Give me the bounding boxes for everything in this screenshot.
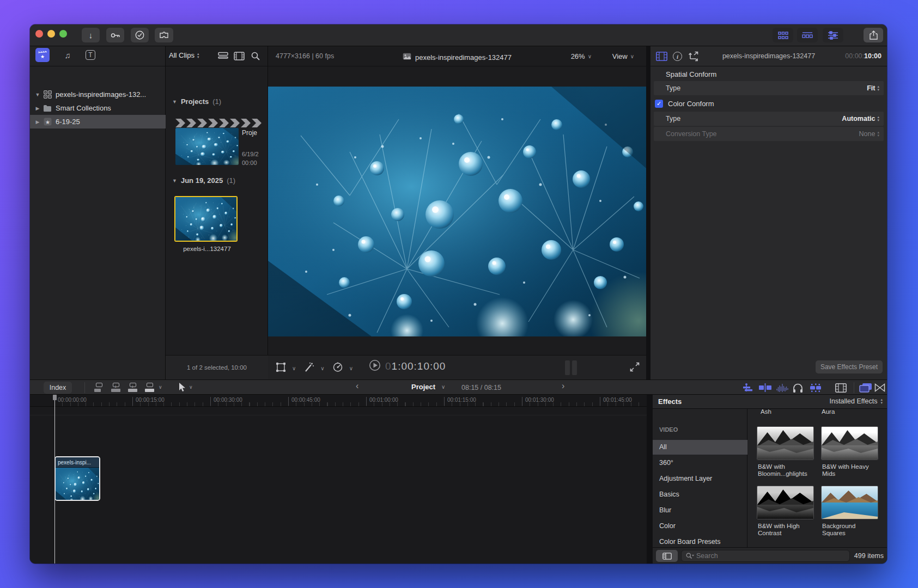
effects-search[interactable] <box>681 550 850 562</box>
zoom-window-button[interactable] <box>59 30 67 38</box>
audio-meter-left[interactable] <box>565 360 570 375</box>
audio-meter-right[interactable] <box>572 360 577 375</box>
playhead[interactable] <box>54 395 55 564</box>
list-view-button[interactable] <box>218 52 228 63</box>
smart-collections-item[interactable]: ▶ Smart Collections <box>30 101 166 115</box>
tab-titles[interactable]: T <box>83 48 98 62</box>
installed-effects-dropdown[interactable]: Installed Effects ▴▾ <box>829 397 883 405</box>
date-section-header[interactable]: ▼ Jun 19, 2025 (1) <box>172 176 235 185</box>
enhancements-button[interactable] <box>303 362 314 375</box>
date-title: Jun 19, 2025 <box>181 176 223 185</box>
trim-tool-button[interactable] <box>743 382 755 393</box>
next-button[interactable]: › <box>562 381 564 391</box>
category-sidebar-toggle[interactable] <box>656 550 678 562</box>
event-item-selected[interactable]: ▶ ★ 6-19-25 <box>30 115 166 128</box>
type-label: Type <box>666 84 680 92</box>
effects-browser-button[interactable] <box>859 382 872 393</box>
pointer-tool-button[interactable] <box>178 383 186 394</box>
tab-music[interactable]: ♫ <box>60 48 75 62</box>
disclosure-open-icon[interactable]: ▼ <box>33 92 42 97</box>
disclosure-closed-icon[interactable]: ▶ <box>33 106 42 111</box>
append-edit-button[interactable]: ↓ <box>128 383 139 393</box>
play-button[interactable] <box>369 359 381 373</box>
inspector-toggle-button[interactable] <box>823 28 843 42</box>
share-button[interactable] <box>864 28 883 42</box>
color-type-row[interactable]: Type Automatic ▴▾ <box>654 112 884 126</box>
timeline-toggle-button[interactable] <box>797 28 818 42</box>
effect-item[interactable]: B&W with HighContrast <box>757 486 814 519</box>
timeline-ruler[interactable]: 00:00:00:00 00:00:15:00 00:00:30:00 00:0… <box>30 395 647 407</box>
audio-skimming-button[interactable] <box>776 382 789 393</box>
show-browser-button[interactable] <box>835 382 847 393</box>
retime-button[interactable] <box>332 362 343 375</box>
chevron-down-icon[interactable]: ∨ <box>320 365 324 371</box>
type-label: Type <box>666 115 680 122</box>
viewer-canvas[interactable] <box>268 87 646 336</box>
close-button[interactable] <box>35 30 43 38</box>
effect-item[interactable]: B&W with HeavyMids <box>821 426 878 460</box>
browser-toggle-button[interactable] <box>773 28 793 42</box>
transform-tool-button[interactable] <box>276 362 286 375</box>
project-thumbnail[interactable] <box>175 128 239 165</box>
overwrite-edit-button[interactable] <box>145 383 156 393</box>
clip-thumbnail-selected[interactable] <box>174 196 238 242</box>
browser-panel: All Clips ▴▾ ▼ Projects (1) Proje 6/19/2… <box>166 46 268 379</box>
spatial-conform-heading: Spatial Conform <box>666 70 716 78</box>
timeline-panel[interactable]: 00:00:00:00 00:00:15:00 00:00:30:00 00:0… <box>30 395 647 564</box>
projects-section-header[interactable]: ▼ Projects (1) <box>172 97 221 106</box>
snapping-button[interactable] <box>759 382 771 393</box>
effect-name-partial: Aura <box>822 409 835 415</box>
clip-appearance-button[interactable] <box>809 382 822 393</box>
tab-library[interactable]: ★ <box>35 48 50 62</box>
chevron-down-icon[interactable]: ∨ <box>189 384 193 390</box>
clip-filter-dropdown[interactable]: All Clips ▴▾ <box>169 51 199 59</box>
effect-item[interactable]: B&W withBloomin...ghlights <box>757 426 814 460</box>
category-adjustment-layer[interactable]: Adjustment Layer <box>653 471 747 486</box>
transitions-browser-button[interactable] <box>874 382 885 393</box>
checkbox-checked-icon[interactable]: ✓ <box>655 100 663 108</box>
disclosure-open-icon[interactable]: ▼ <box>172 99 177 105</box>
extensions-button[interactable] <box>155 28 173 42</box>
disclosure-closed-icon[interactable]: ▶ <box>33 119 42 125</box>
library-item[interactable]: ▼ pexels-inspiredimages-132... <box>30 88 166 101</box>
solo-headphones-button[interactable] <box>793 382 803 393</box>
zoom-dropdown[interactable]: 26% ∨ <box>571 52 592 60</box>
previous-button[interactable]: ‹ <box>356 381 358 391</box>
category-360[interactable]: 360° <box>653 456 747 470</box>
chevron-down-icon[interactable]: ∨ <box>349 365 353 371</box>
panel-divider[interactable] <box>646 46 650 379</box>
browser-search-button[interactable] <box>251 52 260 63</box>
view-dropdown[interactable]: View ∨ <box>612 52 634 60</box>
background-tasks-button[interactable] <box>131 28 149 42</box>
effect-item[interactable]: BackgroundSquares <box>821 486 878 519</box>
conversion-type-row: Conversion Type None ▴▾ <box>654 127 884 141</box>
chevron-down-icon[interactable]: ∨ <box>159 384 162 390</box>
category-blur[interactable]: Blur <box>653 503 747 518</box>
keywords-button[interactable] <box>106 28 124 42</box>
filmstrip-view-button[interactable] <box>234 52 245 63</box>
import-button[interactable]: ↓ <box>82 28 100 42</box>
search-input[interactable] <box>696 552 845 560</box>
music-note-icon: ♫ <box>64 51 70 60</box>
spatial-type-row[interactable]: Type Fit ▴▾ <box>654 81 884 95</box>
stepper-icon[interactable]: ▴▾ <box>877 115 879 122</box>
insert-edit-button[interactable]: ↓ <box>111 383 122 393</box>
fullscreen-button[interactable] <box>630 362 640 374</box>
chevron-down-icon[interactable]: ∨ <box>292 365 296 371</box>
disclosure-open-icon[interactable]: ▼ <box>172 178 177 183</box>
timeline-clip[interactable]: pexels-inspi... <box>54 456 100 501</box>
minimize-button[interactable] <box>47 30 55 38</box>
index-button[interactable]: Index <box>44 382 72 394</box>
category-basics[interactable]: Basics <box>653 487 747 502</box>
category-all[interactable]: All <box>653 440 747 455</box>
connect-edit-button[interactable] <box>94 383 105 393</box>
stepper-icon[interactable]: ▴▾ <box>877 85 879 91</box>
save-effects-preset-button[interactable]: Save Effects Preset <box>816 360 883 373</box>
import-icon: ↓ <box>89 30 93 40</box>
color-conform-toggle[interactable]: ✓ Color Conform <box>655 100 714 108</box>
timecode-leading: 0 <box>385 360 392 372</box>
panel-divider[interactable] <box>647 395 653 564</box>
project-dropdown[interactable]: Project ∨ <box>411 383 445 391</box>
category-color[interactable]: Color <box>653 519 747 534</box>
image-icon <box>403 52 411 62</box>
